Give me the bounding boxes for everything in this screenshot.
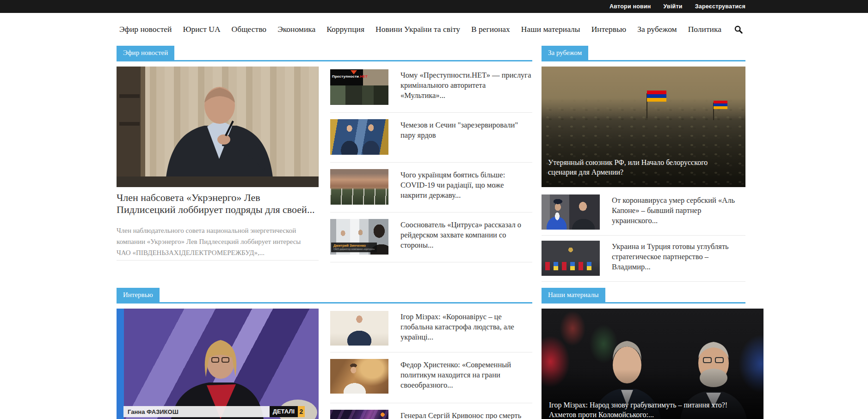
article-thumbnail-mizrah[interactable] (330, 311, 388, 346)
divider (330, 112, 532, 113)
main-nav: Эфир новостей Юрист UA Общество Экономик… (117, 13, 745, 46)
detali-channel-logo: ДЕТАЛІ (270, 406, 298, 417)
page: Автори новин Увійти Зареєструватися Эфир… (0, 0, 868, 419)
search-icon[interactable] (734, 25, 743, 34)
divider (330, 403, 532, 403)
article-title[interactable]: Украина и Турция готовы углублять страте… (612, 242, 745, 272)
studio-guest-name: Ганна ФАЗИКОШ (123, 408, 270, 415)
article-title[interactable]: От коронавируса умер сербский «Аль Капон… (612, 195, 745, 226)
detali-channel-badge: 2 (298, 406, 305, 417)
article-title[interactable]: Сооснователь «Цитруса» рассказал о рейде… (400, 220, 532, 250)
divider (542, 235, 745, 236)
nav-item-regiony[interactable]: В регионах (471, 24, 510, 34)
topbar-link-register[interactable]: Зареєструватися (695, 3, 745, 10)
abroad-list-item-2[interactable]: Украина и Турция готовы углублять страте… (542, 241, 745, 276)
materials-featured-caption[interactable]: Ігор Мізрах: Народ знову грабуватимуть –… (549, 400, 748, 419)
article-thumbnail-krivonos[interactable] (330, 410, 388, 419)
tv-studio-illustration (117, 309, 319, 419)
prestupnosti-logo: Преступности.НЕТ (332, 74, 368, 79)
efir-featured-excerpt: Член наблюдательного совета национальной… (117, 225, 307, 258)
studio-caption-bar: Ганна ФАЗИКОШ ДЕТАЛІ 2 (123, 406, 305, 417)
divider (542, 281, 745, 282)
article-title[interactable]: Федор Христенко: «Современный политикум … (400, 360, 532, 390)
article-title[interactable]: Чемезов и Сечин "зарезервировали" пару я… (400, 120, 532, 140)
efir-list-item-3[interactable]: Чого українцям боятись більше: COVID-19 … (330, 169, 532, 205)
article-thumbnail-zinchenko[interactable]: Дмитрий Зинченко CEO-директор компании «… (330, 219, 388, 255)
nav-item-ekonomika[interactable]: Экономика (277, 24, 315, 34)
interview-featured-image[interactable]: Ганна ФАЗИКОШ ДЕТАЛІ 2 (117, 309, 319, 419)
article-thumbnail-landscape[interactable] (330, 169, 388, 205)
article-title[interactable]: Ігор Мізрах: «Коронавірус – це глобальна… (400, 312, 532, 342)
section-rule-efir (117, 60, 532, 61)
nav-item-zarubezhom[interactable]: За рубежом (637, 24, 677, 34)
divider (330, 162, 532, 163)
section-rule-interview (117, 302, 532, 304)
section-rule-materials (542, 302, 745, 304)
nav-item-yurist[interactable]: Юрист UA (183, 24, 220, 34)
office-man-illustration (117, 67, 319, 187)
divider (330, 352, 532, 352)
section-tab-materials[interactable]: Наши материалы (542, 288, 605, 302)
topbar-link-login[interactable]: Увійти (664, 3, 683, 10)
interview-list-item-3[interactable]: Генерал Сергій Кривонос про смерть Керне… (330, 410, 532, 419)
topbar-links: Автори новин Увійти Зареєструватися (609, 0, 745, 13)
efir-list-item-2[interactable]: Чемезов и Сечин "зарезервировали" пару я… (330, 119, 532, 155)
article-thumbnail-capone[interactable] (542, 194, 600, 230)
efir-featured-image[interactable] (117, 67, 319, 187)
section-tab-interview[interactable]: Интервью (117, 288, 160, 302)
topbar-link-authors[interactable]: Автори новин (609, 3, 651, 10)
abroad-list-item-1[interactable]: От коронавируса умер сербский «Аль Капон… (542, 194, 745, 230)
divider (330, 262, 532, 262)
nav-item-efir[interactable]: Эфир новостей (119, 24, 172, 34)
article-title[interactable]: Чого українцям боятись більше: COVID-19 … (400, 170, 532, 200)
abroad-featured-image[interactable]: Утерянный союзник РФ, или Начало белорус… (542, 67, 745, 187)
nav-item-materialy[interactable]: Наши материалы (521, 24, 580, 34)
article-title[interactable]: Чому «Преступности.НЕТ» — прислуга кримі… (400, 70, 532, 101)
article-thumbnail-prestupnosti[interactable]: Преступности.НЕТ (330, 69, 388, 105)
nav-item-interview[interactable]: Интервью (591, 24, 627, 34)
section-rule-abroad (542, 60, 745, 61)
divider (117, 260, 319, 261)
efir-featured-headline[interactable]: Член набсовета «Укрэнерго» Лев Пидлисецк… (117, 192, 319, 216)
article-title[interactable]: Генерал Сергій Кривонос про смерть Керне… (400, 411, 532, 419)
efir-list-item-1[interactable]: Преступности.НЕТ Чому «Преступности.НЕТ»… (330, 69, 532, 105)
divider (330, 212, 532, 213)
nav-item-novyny[interactable]: Новини України та світу (376, 24, 460, 34)
article-thumbnail-flags[interactable] (542, 241, 600, 276)
interview-list-item-1[interactable]: Ігор Мізрах: «Коронавірус – це глобальна… (330, 311, 532, 346)
section-tab-efir[interactable]: Эфир новостей (117, 46, 174, 60)
nav-item-obschestvo[interactable]: Общество (232, 24, 267, 34)
interview-list-item-2[interactable]: Федор Христенко: «Современный политикум … (330, 359, 532, 394)
section-tab-abroad[interactable]: За рубежом (542, 46, 588, 60)
article-thumbnail-chemezov[interactable] (330, 119, 388, 155)
nav-item-politika[interactable]: Политика (688, 24, 721, 34)
efir-list-item-4[interactable]: Дмитрий Зинченко CEO-директор компании «… (330, 219, 532, 255)
article-thumbnail-khristenko[interactable] (330, 359, 388, 394)
materials-featured-image[interactable]: Ігор Мізрах: Народ знову грабуватимуть –… (542, 309, 763, 419)
topbar: Автори новин Увійти Зареєструватися (0, 0, 868, 13)
nav-item-korrupciya[interactable]: Коррупция (326, 24, 364, 34)
abroad-featured-caption[interactable]: Утерянный союзник РФ, или Начало белорус… (548, 158, 738, 177)
zinchenko-caption: Дмитрий Зинченко CEO-директор компании «… (331, 243, 377, 252)
